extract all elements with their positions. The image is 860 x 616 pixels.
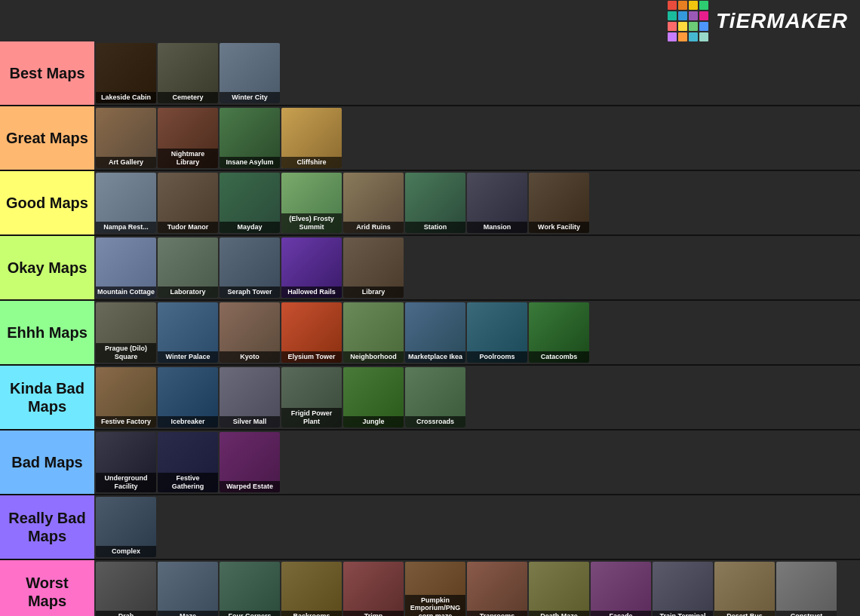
map-label: Marketplace Ikea xyxy=(405,351,465,363)
map-label: Catacombs xyxy=(529,351,589,363)
tiers-container: Best MapsLakeside CabinCemeteryWinter Ci… xyxy=(0,41,860,616)
tier-label-okay: Okay Maps xyxy=(0,236,94,299)
map-item[interactable]: Traprooms xyxy=(467,562,527,616)
map-item[interactable]: Trimp xyxy=(343,562,404,616)
map-label: Jungle xyxy=(343,416,404,428)
tier-label-ehhh: Ehhh Maps xyxy=(0,301,94,364)
map-item[interactable]: Laboratory xyxy=(158,238,218,298)
map-label: Crossroads xyxy=(405,416,465,428)
tier-label-best: Best Maps xyxy=(0,41,94,105)
map-item[interactable]: Drab xyxy=(96,562,156,616)
map-label: Festive Factory xyxy=(96,416,156,428)
map-item[interactable]: Station xyxy=(405,173,465,233)
map-item[interactable]: Complex xyxy=(96,497,156,557)
map-label: Lakeside Cabin xyxy=(96,92,156,103)
map-item[interactable]: Frigid Power Plant xyxy=(281,367,342,428)
map-label: Construct xyxy=(776,611,837,616)
map-item[interactable]: Maze xyxy=(158,562,218,616)
map-item[interactable]: Elysium Tower xyxy=(281,302,342,363)
tier-row-kindabad: Kinda Bad MapsFestive FactoryIcebreakerS… xyxy=(0,366,860,431)
map-label: Hallowed Rails xyxy=(281,287,342,298)
map-item[interactable]: Silver Mall xyxy=(220,367,280,428)
map-item[interactable]: Crossroads xyxy=(405,367,465,428)
logo-cell xyxy=(689,11,698,20)
map-item[interactable]: Cliffshire xyxy=(281,108,342,168)
map-label: Death Maze xyxy=(529,611,589,616)
map-item[interactable]: Winter Palace xyxy=(158,302,218,363)
logo-cell xyxy=(668,1,677,10)
map-item[interactable]: Neighborhood xyxy=(343,302,404,363)
map-item[interactable]: Arid Ruins xyxy=(343,173,404,233)
logo-cell xyxy=(689,32,698,41)
map-item[interactable]: Nampa Rest... xyxy=(96,173,156,233)
map-label: Mountain Cottage xyxy=(96,287,156,298)
map-label: Winter Palace xyxy=(158,351,218,363)
map-item[interactable]: Desert Bus xyxy=(714,562,775,616)
tier-items-reallybad: Complex xyxy=(94,495,860,559)
map-item[interactable]: Marketplace Ikea xyxy=(405,302,465,363)
map-item[interactable]: Warped Estate xyxy=(220,432,280,492)
map-item[interactable]: Kyoto xyxy=(220,302,280,363)
map-item[interactable]: Prague (Dilo) Square xyxy=(96,302,156,363)
tier-label-kindabad: Kinda Bad Maps xyxy=(0,366,94,429)
map-item[interactable]: Winter City xyxy=(220,43,280,103)
logo-grid xyxy=(668,1,708,41)
map-item[interactable]: Tudor Manor xyxy=(158,173,218,233)
tier-label-reallybad: Really Bad Maps xyxy=(0,495,94,559)
map-label: Insane Asylum xyxy=(220,157,280,168)
tier-list: TiERMAKER Best MapsLakeside CabinCemeter… xyxy=(0,0,860,616)
map-item[interactable]: Death Maze xyxy=(529,562,589,616)
map-item[interactable]: Backrooms xyxy=(281,562,342,616)
tier-label-good: Good Maps xyxy=(0,171,94,234)
map-item[interactable]: Lakeside Cabin xyxy=(96,43,156,103)
map-label: Cliffshire xyxy=(281,157,342,168)
logo-cell xyxy=(699,32,708,41)
map-label: Neighborhood xyxy=(343,351,404,363)
header: TiERMAKER xyxy=(0,0,860,41)
map-item[interactable]: Art Gallery xyxy=(96,108,156,168)
map-item[interactable]: Mayday xyxy=(220,173,280,233)
map-label: Facade xyxy=(591,611,651,616)
map-item[interactable]: Catacombs xyxy=(529,302,589,363)
map-item[interactable]: Library xyxy=(343,238,404,298)
map-item[interactable]: Cemetery xyxy=(158,43,218,103)
logo-cell xyxy=(668,32,677,41)
map-label: Mansion xyxy=(467,222,527,233)
map-label: Frigid Power Plant xyxy=(281,408,342,428)
map-item[interactable]: Festive Factory xyxy=(96,367,156,428)
map-label: Nampa Rest... xyxy=(96,222,156,233)
map-item[interactable]: Facade xyxy=(591,562,651,616)
map-label: Art Gallery xyxy=(96,157,156,168)
map-item[interactable]: Poolrooms xyxy=(467,302,527,363)
map-item[interactable]: Hallowed Rails xyxy=(281,238,342,298)
map-item[interactable]: Four Corners xyxy=(220,562,280,616)
map-label: Prague (Dilo) Square xyxy=(96,343,156,363)
map-item[interactable]: Jungle xyxy=(343,367,404,428)
map-item[interactable]: Construct xyxy=(776,562,837,616)
logo-cell xyxy=(678,11,687,20)
logo-cell xyxy=(699,11,708,20)
logo-cell xyxy=(699,22,708,31)
map-item[interactable]: Work Facility xyxy=(529,173,589,233)
map-item[interactable]: (Elves) Frosty Summit xyxy=(281,173,342,233)
logo-cell xyxy=(678,1,687,10)
map-label: Tudor Manor xyxy=(158,222,218,233)
map-item[interactable]: Underground Facility xyxy=(96,432,156,492)
map-label: Station xyxy=(405,222,465,233)
map-label: Library xyxy=(343,287,404,298)
map-item[interactable]: Festive Gathering xyxy=(158,432,218,492)
map-label: Complex xyxy=(96,546,156,557)
tiermaker-logo: TiERMAKER xyxy=(668,1,848,41)
map-item[interactable]: Mansion xyxy=(467,173,527,233)
map-item[interactable]: Nightmare Library xyxy=(158,108,218,168)
map-item[interactable]: Insane Asylum xyxy=(220,108,280,168)
map-item[interactable]: Train Terminal xyxy=(653,562,713,616)
map-item[interactable]: Seraph Tower xyxy=(220,238,280,298)
map-item[interactable]: Icebreaker xyxy=(158,367,218,428)
tier-row-reallybad: Really Bad MapsComplex xyxy=(0,495,860,560)
map-label: Silver Mall xyxy=(220,416,280,428)
tier-items-bad: Underground FacilityFestive GatheringWar… xyxy=(94,431,860,494)
map-item[interactable]: Pumpkin Emporium/PNG corn maze xyxy=(405,562,465,616)
map-label: Seraph Tower xyxy=(220,287,280,298)
map-item[interactable]: Mountain Cottage xyxy=(96,238,156,298)
